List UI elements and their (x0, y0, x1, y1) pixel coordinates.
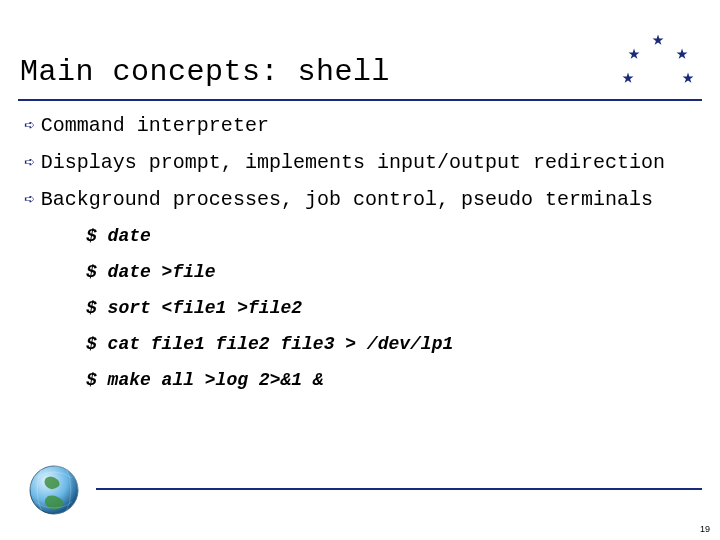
bullet-item: ➪Displays prompt, implements input/outpu… (24, 151, 700, 174)
globe-icon (28, 464, 80, 516)
bullet-text: Command interpreter (41, 114, 269, 137)
code-line: $ date (86, 226, 453, 246)
code-line: $ cat file1 file2 file3 > /dev/lp1 (86, 334, 453, 354)
bullet-item: ➪Background processes, job control, pseu… (24, 188, 700, 211)
bullet-text: Background processes, job control, pseud… (41, 188, 653, 211)
bullet-list: ➪Command interpreter ➪Displays prompt, i… (24, 114, 700, 225)
code-block: $ date $ date >file $ sort <file1 >file2… (86, 226, 453, 406)
title-divider (18, 99, 702, 101)
stars-logo: ★ ★ ★ ★ ★ (622, 30, 702, 100)
bullet-arrow-icon: ➪ (24, 114, 35, 136)
code-line: $ sort <file1 >file2 (86, 298, 453, 318)
footer-divider (96, 488, 702, 490)
slide: Main concepts: shell ★ ★ ★ ★ ★ ➪Command … (0, 0, 720, 540)
code-line: $ date >file (86, 262, 453, 282)
slide-title: Main concepts: shell (20, 55, 390, 89)
page-number: 19 (700, 524, 710, 534)
bullet-arrow-icon: ➪ (24, 151, 35, 173)
bullet-text: Displays prompt, implements input/output… (41, 151, 665, 174)
bullet-item: ➪Command interpreter (24, 114, 700, 137)
code-line: $ make all >log 2>&1 & (86, 370, 453, 390)
bullet-arrow-icon: ➪ (24, 188, 35, 210)
